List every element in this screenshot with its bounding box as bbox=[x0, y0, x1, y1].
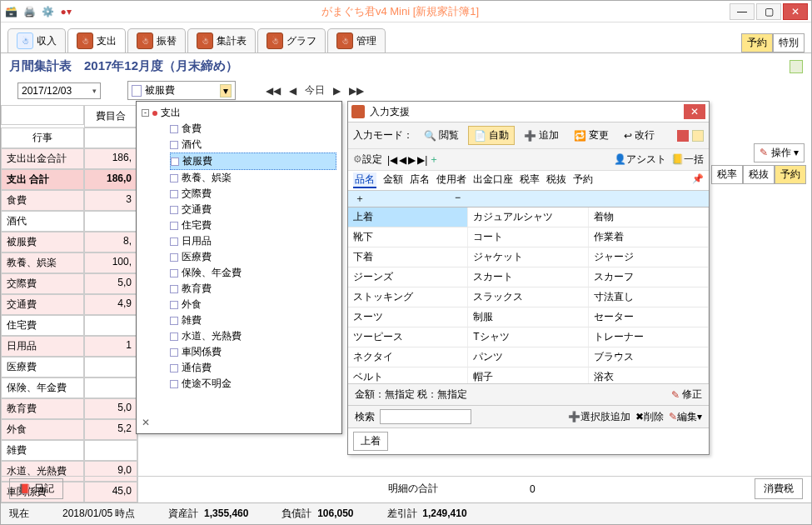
nav-next-icon[interactable]: ▶ bbox=[330, 83, 344, 98]
close-button[interactable]: ✕ bbox=[783, 3, 808, 20]
fix-button[interactable]: 修正 bbox=[671, 388, 702, 402]
minimize-button[interactable]: — bbox=[730, 3, 755, 20]
collapse-all-icon[interactable]: − bbox=[455, 192, 461, 206]
summary-row[interactable]: 外食5,2 bbox=[1, 419, 137, 440]
col-taxexcl[interactable]: 税抜 bbox=[546, 172, 566, 188]
mode-browse-button[interactable]: 🔍閲覧 bbox=[418, 126, 465, 145]
grid-row[interactable]: スーツ制服セーター bbox=[348, 308, 709, 328]
tree-item[interactable]: 通信費 bbox=[170, 360, 336, 376]
edit-button[interactable]: 編集▾ bbox=[669, 410, 702, 424]
assist-button[interactable]: 👤アシスト bbox=[614, 152, 666, 167]
grid-row[interactable]: ジーンズスカートスカーフ bbox=[348, 268, 709, 288]
tab-manage[interactable]: ☃管理 bbox=[327, 28, 386, 52]
summary-row[interactable]: 支出 合計186,0 bbox=[1, 169, 137, 190]
grid-row[interactable]: ネクタイパンツブラウス bbox=[348, 348, 709, 368]
tree-item[interactable]: 雑費 bbox=[170, 312, 336, 328]
tree-close-icon[interactable]: ✕ bbox=[142, 417, 150, 428]
pin-icon[interactable] bbox=[692, 172, 704, 188]
grid-row[interactable]: 下着ジャケットジャージ bbox=[348, 248, 709, 268]
options-icon[interactable] bbox=[790, 60, 803, 73]
rec-next-icon[interactable]: ▶ bbox=[408, 154, 416, 166]
settings-gear-icon[interactable]: ⚙️ bbox=[41, 5, 54, 18]
mini-tab-reserve[interactable]: 予約 bbox=[775, 165, 806, 184]
mini-tab-taxrate[interactable]: 税率 bbox=[711, 165, 743, 184]
mode-newline-button[interactable]: ↩改行 bbox=[618, 126, 660, 145]
nav-last-icon[interactable]: ▶▶ bbox=[346, 83, 367, 98]
combo-arrow-icon[interactable]: ▾ bbox=[220, 84, 232, 98]
col-store[interactable]: 店名 bbox=[410, 172, 430, 188]
color-menu-icon[interactable]: ●▾ bbox=[59, 5, 72, 18]
pill-special[interactable]: 特別 bbox=[773, 33, 805, 52]
summary-row[interactable]: 酒代 bbox=[1, 211, 137, 232]
nav-prev-icon[interactable]: ◀ bbox=[286, 83, 300, 98]
expand-all-icon[interactable]: ＋ bbox=[355, 192, 455, 206]
print-icon[interactable]: 🖨️ bbox=[22, 5, 36, 18]
add-option-button[interactable]: ➕選択肢追加 bbox=[568, 410, 630, 424]
rec-last-icon[interactable]: ▶| bbox=[417, 154, 427, 166]
summary-row[interactable]: 保険、年金費 bbox=[1, 378, 137, 398]
tree-item[interactable]: 保険、年金費 bbox=[170, 265, 336, 281]
tree-item[interactable]: 被服費 bbox=[170, 152, 336, 170]
summary-row[interactable]: 雑費 bbox=[1, 440, 137, 461]
grid-row[interactable]: ストッキングスラックス寸法直し bbox=[348, 288, 709, 308]
col-reserve[interactable]: 予約 bbox=[573, 172, 593, 188]
diary-button[interactable]: 📕日記 bbox=[9, 478, 63, 499]
grid-row[interactable]: 上着カジュアルシャツ着物 bbox=[348, 208, 709, 228]
grid-row[interactable]: ツーピースTシャツトレーナー bbox=[348, 328, 709, 348]
tree-item[interactable]: 酒代 bbox=[170, 137, 336, 152]
selected-chip[interactable]: 上着 bbox=[353, 432, 388, 451]
mode-auto-button[interactable]: 📄自動 bbox=[468, 126, 515, 145]
col-item-name[interactable]: 品名 bbox=[353, 172, 376, 188]
summary-row[interactable]: 住宅費 bbox=[1, 315, 137, 336]
nav-today[interactable]: 今日 bbox=[301, 82, 328, 99]
summary-row[interactable]: 教育費5,0 bbox=[1, 398, 137, 419]
col-taxrate[interactable]: 税率 bbox=[520, 172, 540, 188]
panel-yellow-icon[interactable] bbox=[692, 130, 704, 142]
col-amount[interactable]: 金額 bbox=[383, 172, 403, 188]
date-picker[interactable]: 2017/12/03 ▾ bbox=[17, 82, 101, 99]
panel-red-icon[interactable] bbox=[677, 130, 689, 142]
tree-item[interactable]: 交通費 bbox=[170, 202, 336, 218]
tree-item[interactable]: 教育費 bbox=[170, 281, 336, 297]
summary-row[interactable]: 交際費5,0 bbox=[1, 273, 137, 294]
summary-row[interactable]: 日用品1 bbox=[1, 336, 137, 357]
tree-item[interactable]: 教養、娯楽 bbox=[170, 170, 336, 186]
search-input[interactable] bbox=[380, 409, 471, 424]
tree-item[interactable]: 交際費 bbox=[170, 186, 336, 202]
grid-row[interactable]: ベルト帽子浴衣 bbox=[348, 368, 709, 383]
mode-add-button[interactable]: ➕追加 bbox=[518, 126, 565, 145]
tree-item[interactable]: 日用品 bbox=[170, 233, 336, 249]
pill-reserve[interactable]: 予約 bbox=[741, 33, 773, 52]
summary-row[interactable]: 被服費8, bbox=[1, 232, 137, 252]
tab-transfer[interactable]: ☃振替 bbox=[127, 28, 186, 52]
mini-tab-taxexcl[interactable]: 税抜 bbox=[743, 165, 775, 184]
consumption-tax-button[interactable]: 消費税 bbox=[755, 478, 803, 499]
summary-row[interactable]: 交通費4,9 bbox=[1, 294, 137, 315]
tree-item[interactable]: 食費 bbox=[170, 121, 336, 137]
panel-close-button[interactable]: ✕ bbox=[684, 104, 705, 119]
tab-income[interactable]: ☃収入 bbox=[7, 28, 66, 52]
tab-summary[interactable]: ☃集計表 bbox=[187, 28, 256, 52]
dropdown-arrow-icon[interactable]: ▾ bbox=[92, 87, 97, 95]
delete-button[interactable]: ✖削除 bbox=[635, 410, 664, 424]
tab-expense[interactable]: ☃支出 bbox=[67, 28, 126, 52]
rec-add-icon[interactable]: ＋ bbox=[429, 152, 439, 167]
rec-first-icon[interactable]: |◀ bbox=[387, 154, 397, 166]
summary-row[interactable]: 支出出金合計186, bbox=[1, 148, 137, 169]
summary-row[interactable]: 食費3 bbox=[1, 190, 137, 211]
settings-button[interactable]: 設定 bbox=[353, 152, 382, 167]
operations-menu[interactable]: 操作 ▾ bbox=[754, 143, 805, 162]
batch-button[interactable]: 📒一括 bbox=[671, 152, 704, 167]
grid-row[interactable]: 靴下コート作業着 bbox=[348, 228, 709, 248]
tree-item[interactable]: 住宅費 bbox=[170, 218, 336, 233]
tree-item[interactable]: 水道、光熱費 bbox=[170, 328, 336, 344]
col-account[interactable]: 出金口座 bbox=[473, 172, 513, 188]
maximize-button[interactable]: ▢ bbox=[756, 3, 781, 20]
tree-item[interactable]: 外食 bbox=[170, 297, 336, 312]
mode-change-button[interactable]: 🔁変更 bbox=[568, 126, 615, 145]
summary-row[interactable]: 医療費 bbox=[1, 357, 137, 378]
tree-item[interactable]: 使途不明金 bbox=[170, 376, 336, 392]
rec-prev-icon[interactable]: ◀ bbox=[399, 154, 406, 166]
tree-item[interactable]: 医療費 bbox=[170, 249, 336, 265]
col-user[interactable]: 使用者 bbox=[436, 172, 466, 188]
